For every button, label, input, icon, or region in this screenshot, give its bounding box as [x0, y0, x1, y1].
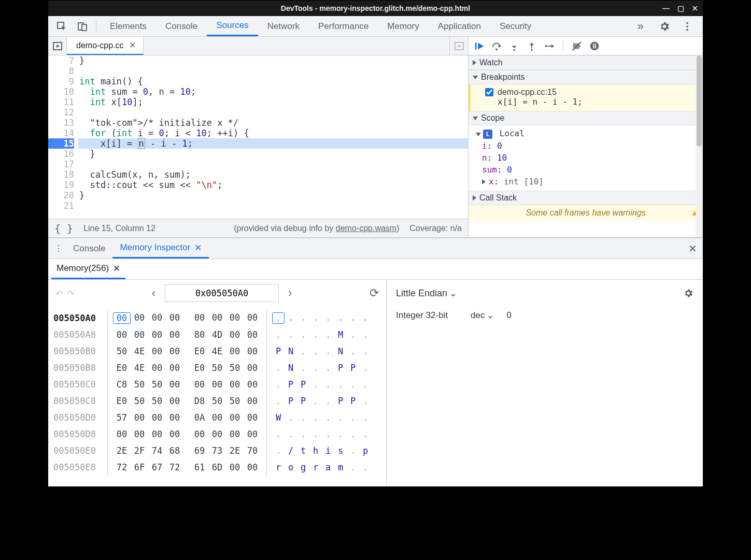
hex-byte[interactable]: 00 — [148, 363, 166, 373]
scope-var-i[interactable]: i: 0 — [474, 140, 703, 152]
drawer-tab-close-icon[interactable]: ✕ — [194, 242, 202, 253]
hex-byte[interactable]: E0 — [113, 363, 131, 373]
ascii-byte[interactable]: P — [334, 396, 347, 406]
scope-var-sum[interactable]: sum: 0 — [474, 164, 703, 176]
hex-byte[interactable]: 00 — [191, 379, 208, 390]
kebab-menu-icon[interactable] — [678, 21, 697, 32]
ascii-byte[interactable]: . — [322, 396, 334, 406]
ascii-byte[interactable]: / — [285, 446, 297, 456]
hex-byte[interactable]: 74 — [148, 446, 166, 456]
hex-byte[interactable]: 00 — [244, 429, 261, 439]
step-over-icon[interactable] — [490, 40, 503, 52]
hex-grid[interactable]: 005050A00000000000000000........005050A8… — [48, 307, 386, 481]
address-input[interactable] — [165, 284, 279, 302]
hex-byte[interactable]: 00 — [131, 412, 148, 423]
hex-byte[interactable]: 00 — [166, 312, 183, 324]
hex-byte[interactable]: 00 — [166, 396, 183, 406]
ascii-byte[interactable]: . — [347, 312, 359, 324]
deactivate-breakpoints-icon[interactable] — [571, 40, 583, 52]
hex-byte[interactable]: 50 — [131, 396, 148, 406]
tabs-overflow-button[interactable]: » — [628, 16, 653, 36]
ascii-byte[interactable]: . — [359, 363, 372, 373]
ascii-byte[interactable]: . — [272, 446, 285, 456]
tab-sources[interactable]: Sources — [207, 16, 258, 36]
resume-icon[interactable] — [473, 40, 485, 52]
hex-byte[interactable]: 4E — [208, 346, 226, 356]
ascii-byte[interactable]: M — [334, 329, 347, 340]
hex-byte[interactable]: 4E — [131, 363, 148, 373]
ascii-byte[interactable]: N — [334, 346, 347, 356]
hex-byte[interactable]: 00 — [148, 346, 166, 356]
ascii-byte[interactable]: . — [297, 429, 309, 439]
ascii-byte[interactable]: P — [285, 379, 297, 390]
tab-security[interactable]: Security — [490, 16, 541, 36]
ascii-byte[interactable]: P — [347, 396, 359, 406]
hex-byte[interactable]: 00 — [113, 329, 131, 340]
ascii-byte[interactable]: t — [297, 446, 309, 456]
hex-byte[interactable]: 00 — [226, 412, 244, 423]
hex-byte[interactable]: 80 — [191, 329, 208, 340]
inspect-element-icon[interactable] — [52, 16, 71, 36]
endian-select[interactable]: Little Endian ⌄ — [396, 288, 457, 299]
scope-var-n[interactable]: n: 10 — [474, 152, 703, 164]
ascii-byte[interactable]: r — [272, 462, 285, 472]
hex-byte[interactable]: 2F — [131, 446, 148, 456]
hex-byte[interactable]: E0 — [191, 363, 208, 373]
hex-byte[interactable]: 73 — [208, 446, 226, 456]
hex-byte[interactable]: 00 — [113, 429, 131, 439]
hex-byte[interactable]: 4D — [208, 329, 226, 340]
hex-byte[interactable]: 00 — [166, 363, 183, 373]
ascii-byte[interactable]: . — [334, 429, 347, 439]
ascii-byte[interactable]: g — [297, 462, 309, 472]
drawer-tab-memory-inspector[interactable]: Memory Inspector✕ — [112, 238, 209, 259]
hex-byte[interactable]: 00 — [208, 412, 226, 423]
ascii-byte[interactable]: . — [272, 329, 285, 340]
ascii-byte[interactable]: . — [272, 312, 285, 324]
hex-byte[interactable]: 00 — [244, 346, 261, 356]
ascii-byte[interactable]: . — [322, 346, 334, 356]
ascii-byte[interactable]: . — [285, 412, 297, 423]
pretty-print-icon[interactable]: { } — [54, 222, 73, 235]
ascii-byte[interactable]: . — [322, 329, 334, 340]
ascii-byte[interactable]: s — [334, 446, 347, 456]
ascii-byte[interactable]: o — [285, 462, 297, 472]
ascii-byte[interactable]: m — [334, 462, 347, 472]
ascii-byte[interactable]: . — [347, 346, 359, 356]
step-icon[interactable] — [543, 40, 556, 52]
value-settings-icon[interactable] — [683, 288, 693, 298]
ascii-byte[interactable]: . — [322, 379, 334, 390]
refresh-icon[interactable]: ⟳ — [370, 286, 379, 300]
hex-byte[interactable]: 00 — [166, 379, 183, 390]
ascii-byte[interactable]: . — [359, 412, 372, 423]
hex-byte[interactable]: 00 — [226, 462, 244, 472]
ascii-byte[interactable]: . — [322, 363, 334, 373]
debugger-scrollbar[interactable] — [696, 55, 703, 237]
ascii-byte[interactable]: . — [285, 312, 297, 324]
hex-byte[interactable]: 4E — [131, 346, 148, 356]
ascii-byte[interactable]: . — [359, 462, 372, 472]
hex-byte[interactable]: 00 — [131, 429, 148, 439]
ascii-byte[interactable]: N — [285, 346, 297, 356]
hex-byte[interactable]: 00 — [166, 412, 183, 423]
ascii-byte[interactable]: . — [347, 379, 359, 390]
hex-byte[interactable]: 50 — [131, 379, 148, 390]
maximize-icon[interactable]: ▢ — [677, 5, 684, 12]
ascii-byte[interactable]: a — [322, 462, 334, 472]
ascii-byte[interactable]: . — [334, 412, 347, 423]
ascii-byte[interactable]: . — [359, 329, 372, 340]
ascii-byte[interactable]: . — [322, 429, 334, 439]
pause-exceptions-icon[interactable] — [588, 40, 601, 52]
hex-byte[interactable]: 00 — [208, 429, 226, 439]
redo-icon[interactable]: ↷ — [67, 289, 74, 298]
ascii-byte[interactable]: . — [347, 412, 359, 423]
ascii-byte[interactable]: . — [309, 346, 322, 356]
file-tab-close-icon[interactable]: ✕ — [129, 40, 136, 50]
hex-byte[interactable]: 00 — [226, 429, 244, 439]
hex-byte[interactable]: 72 — [113, 462, 131, 472]
ascii-byte[interactable]: W — [272, 412, 285, 423]
ascii-byte[interactable]: P — [272, 346, 285, 356]
undo-icon[interactable]: ↶ — [55, 289, 62, 298]
ascii-byte[interactable]: . — [272, 363, 285, 373]
ascii-byte[interactable]: . — [322, 412, 334, 423]
ascii-byte[interactable]: . — [347, 446, 359, 456]
